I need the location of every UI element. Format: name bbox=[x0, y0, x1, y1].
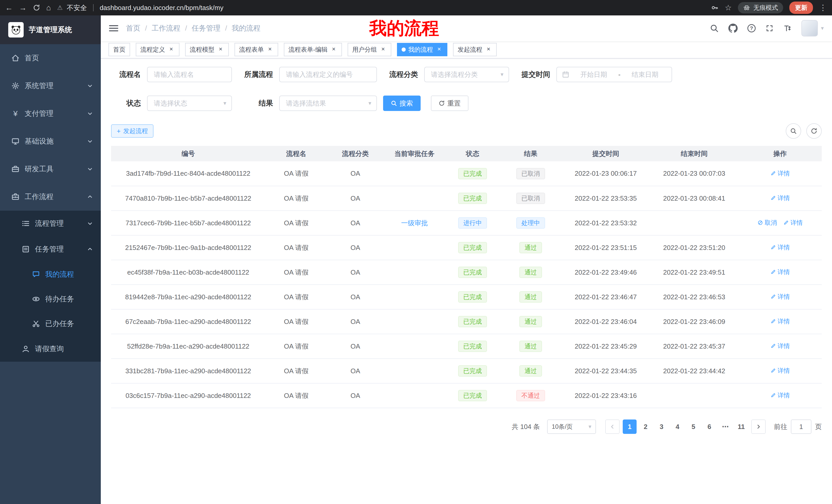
tab-process-definition[interactable]: 流程定义× bbox=[136, 43, 179, 56]
bookmark-star-icon[interactable]: ☆ bbox=[725, 4, 732, 11]
cell-submit-time: 2022-01-23 00:06:17 bbox=[562, 161, 650, 186]
update-button[interactable]: 更新 bbox=[789, 2, 813, 14]
fullscreen-icon[interactable] bbox=[765, 24, 774, 32]
sidebar-item-payment-mgmt[interactable]: ¥ 支付管理 bbox=[0, 100, 101, 128]
page-number[interactable]: 4 bbox=[671, 419, 684, 434]
sidebar-toggle-icon[interactable] bbox=[109, 25, 118, 31]
tab-process-form[interactable]: 流程表单× bbox=[234, 43, 278, 56]
search-button[interactable]: 搜索 bbox=[383, 95, 421, 111]
reload-icon[interactable] bbox=[33, 4, 40, 11]
result-field: 结果 请选择流结果 ▾ bbox=[244, 95, 377, 111]
user-menu[interactable]: ▾ bbox=[801, 20, 824, 36]
font-size-icon[interactable] bbox=[783, 24, 791, 32]
category-select[interactable]: 请选择流程分类 ▾ bbox=[424, 67, 509, 82]
detail-link[interactable]: 详情 bbox=[770, 169, 790, 177]
sidebar-item-my-process[interactable]: 我的流程 bbox=[0, 262, 101, 287]
process-name-input[interactable] bbox=[147, 67, 232, 82]
detail-link[interactable]: 详情 bbox=[770, 342, 790, 350]
page-number[interactable]: 6 bbox=[702, 419, 716, 434]
sidebar-item-label: 已办任务 bbox=[45, 319, 74, 329]
close-icon[interactable]: × bbox=[436, 46, 443, 53]
breadcrumb-task-mgmt[interactable]: 任务管理 bbox=[192, 23, 220, 33]
cell-submit-time: 2022-01-22 23:49:46 bbox=[562, 260, 650, 285]
sidebar-item-infrastructure[interactable]: 基础设施 bbox=[0, 128, 101, 155]
date-separator: - bbox=[618, 71, 621, 79]
cell-category: OA bbox=[327, 334, 384, 359]
detail-link[interactable]: 详情 bbox=[770, 292, 790, 301]
tab-start-process[interactable]: 发起流程× bbox=[453, 43, 497, 56]
create-process-button[interactable]: + 发起流程 bbox=[111, 124, 154, 138]
browser-home-icon[interactable]: ⌂ bbox=[46, 4, 51, 11]
goto-page-input[interactable] bbox=[791, 419, 811, 434]
detail-link[interactable]: 详情 bbox=[770, 194, 790, 202]
close-icon[interactable]: × bbox=[485, 46, 492, 53]
sidebar-item-workflow[interactable]: 工作流程 bbox=[0, 183, 101, 211]
chevron-down-icon: ▾ bbox=[589, 424, 591, 429]
breadcrumb-home[interactable]: 首页 bbox=[126, 23, 140, 33]
sidebar-item-done-tasks[interactable]: 已办任务 bbox=[0, 311, 101, 336]
current-task-link[interactable]: 一级审批 bbox=[401, 219, 428, 227]
tab-process-model[interactable]: 流程模型× bbox=[185, 43, 229, 56]
sidebar-item-system-mgmt[interactable]: 系统管理 bbox=[0, 72, 101, 100]
cell-submit-time: 2022-01-22 23:51:15 bbox=[562, 235, 650, 260]
toggle-search-button[interactable] bbox=[786, 123, 801, 139]
detail-link[interactable]: 详情 bbox=[783, 219, 803, 227]
refresh-button[interactable] bbox=[806, 123, 822, 139]
close-icon[interactable]: × bbox=[217, 46, 224, 53]
detail-link[interactable]: 详情 bbox=[770, 317, 790, 326]
password-key-icon[interactable] bbox=[711, 4, 719, 11]
table-row: 7470a810-7b9b-11ec-b5b7-acde48001122 OA … bbox=[111, 186, 822, 211]
prev-page-button[interactable] bbox=[605, 419, 620, 434]
next-page-button[interactable] bbox=[751, 419, 766, 434]
cell-category: OA bbox=[327, 285, 384, 309]
cell-end-time bbox=[650, 211, 738, 235]
app-logo[interactable]: 芋道管理系统 bbox=[0, 16, 101, 44]
page-number[interactable]: 1 bbox=[623, 419, 636, 434]
filter-row-1: 流程名 所属流程 流程分类 请选择流程分类 ▾ bbox=[116, 67, 822, 82]
tab-user-group[interactable]: 用户分组× bbox=[347, 43, 391, 56]
detail-link[interactable]: 详情 bbox=[770, 367, 790, 375]
tab-my-process[interactable]: 我的流程× bbox=[397, 43, 447, 56]
search-icon[interactable] bbox=[710, 24, 719, 33]
detail-link[interactable]: 详情 bbox=[770, 243, 790, 251]
sidebar-menu: 首页 系统管理 ¥ 支付管理 基础设施 bbox=[0, 44, 101, 362]
status-select[interactable]: 请选择状态 ▾ bbox=[147, 95, 232, 111]
help-icon[interactable]: ? bbox=[747, 24, 756, 32]
security-label[interactable]: 不安全 bbox=[67, 3, 87, 12]
github-icon[interactable] bbox=[728, 24, 738, 33]
sidebar-item-process-mgmt[interactable]: 流程管理 bbox=[0, 211, 101, 236]
submit-time-range-picker[interactable]: 开始日期 - 结束日期 bbox=[556, 67, 672, 82]
page-number[interactable]: 3 bbox=[655, 419, 669, 434]
close-icon[interactable]: × bbox=[380, 46, 387, 53]
close-icon[interactable]: × bbox=[330, 46, 337, 53]
more-pages-icon[interactable]: ⋯ bbox=[718, 419, 732, 434]
tab-home[interactable]: 首页 bbox=[108, 43, 130, 56]
field-label: 状态 bbox=[116, 99, 141, 108]
page-number[interactable]: 5 bbox=[686, 419, 700, 434]
reset-button[interactable]: 重置 bbox=[431, 95, 468, 111]
result-select[interactable]: 请选择流结果 ▾ bbox=[279, 95, 377, 111]
address-bar[interactable]: ⚠ 不安全 dashboard.yudao.iocoder.cn/bpm/tas… bbox=[57, 3, 705, 12]
page-size-select[interactable]: 10条/页 ▾ bbox=[547, 419, 596, 434]
sidebar-item-leave-query[interactable]: 请假查询 bbox=[0, 336, 101, 362]
cell-current-task bbox=[384, 359, 445, 383]
detail-link[interactable]: 详情 bbox=[770, 391, 790, 399]
breadcrumb-workflow[interactable]: 工作流程 bbox=[152, 23, 181, 33]
back-icon[interactable]: ← bbox=[5, 4, 13, 11]
close-icon[interactable]: × bbox=[167, 46, 175, 53]
tab-process-form-edit[interactable]: 流程表单-编辑× bbox=[284, 43, 342, 56]
close-icon[interactable]: × bbox=[266, 46, 274, 53]
process-def-input[interactable] bbox=[279, 67, 377, 82]
url-text[interactable]: dashboard.yudao.iocoder.cn/bpm/task/my bbox=[100, 4, 224, 12]
breadcrumb-current: 我的流程 bbox=[232, 23, 260, 33]
page-number[interactable]: 11 bbox=[734, 419, 748, 434]
sidebar-item-todo-tasks[interactable]: 待办任务 bbox=[0, 287, 101, 311]
detail-link[interactable]: 详情 bbox=[770, 268, 790, 276]
page-number[interactable]: 2 bbox=[639, 419, 653, 434]
browser-menu-dots-icon[interactable]: ⋮ bbox=[819, 4, 827, 11]
cancel-link[interactable]: 取消 bbox=[757, 219, 777, 227]
forward-icon[interactable]: → bbox=[19, 4, 27, 11]
sidebar-item-dev-tools[interactable]: 研发工具 bbox=[0, 155, 101, 183]
sidebar-item-home[interactable]: 首页 bbox=[0, 44, 101, 72]
sidebar-item-task-mgmt[interactable]: 任务管理 bbox=[0, 236, 101, 262]
